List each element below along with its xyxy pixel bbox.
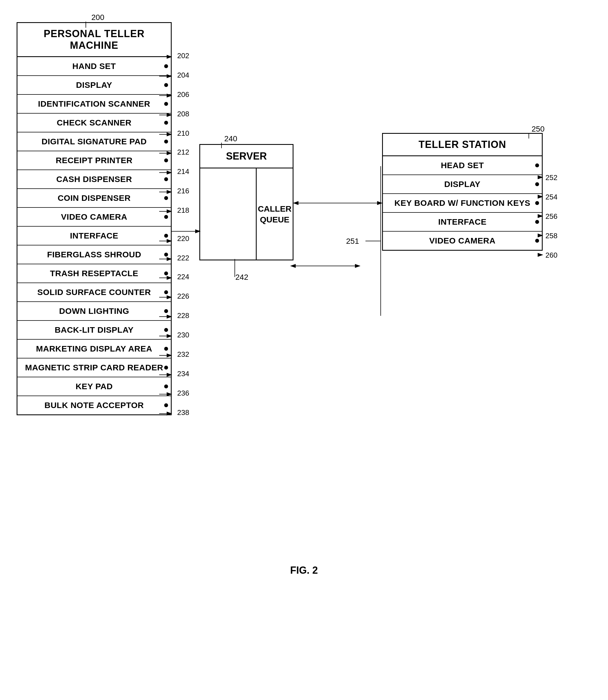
dot-indicator: [535, 220, 539, 224]
dot-indicator: [164, 234, 168, 238]
dot-indicator: [164, 83, 168, 87]
dot-indicator: [164, 140, 168, 144]
ptm-row-coin: COIN DISPENSER: [17, 189, 171, 208]
teller-row-video: VIDEO CAMERA: [383, 232, 542, 250]
svg-text:202: 202: [177, 52, 189, 60]
ptm-title: PERSONAL TELLER MACHINE: [17, 23, 171, 57]
dot-indicator: [535, 239, 539, 243]
svg-text:236: 236: [177, 389, 189, 397]
svg-text:208: 208: [177, 110, 189, 118]
diagram-container: PERSONAL TELLER MACHINE HAND SET DISPLAY…: [0, 0, 608, 609]
svg-text:251: 251: [346, 237, 359, 245]
dot-indicator: [164, 102, 168, 106]
svg-text:242: 242: [235, 273, 248, 281]
server-title: SERVER: [200, 145, 293, 168]
ptm-row-marketing: MARKETING DISPLAY AREA: [17, 339, 171, 358]
svg-text:250: 250: [532, 125, 545, 133]
dot-indicator: [164, 366, 168, 370]
ptm-row-handset: HAND SET: [17, 57, 171, 76]
server-body: CALLERQUEUE: [200, 168, 293, 260]
svg-text:218: 218: [177, 206, 189, 215]
svg-text:220: 220: [177, 234, 189, 243]
ptm-row-video: VIDEO CAMERA: [17, 208, 171, 226]
svg-text:252: 252: [546, 173, 557, 182]
ptm-box: PERSONAL TELLER MACHINE HAND SET DISPLAY…: [17, 22, 172, 415]
svg-text:232: 232: [177, 350, 189, 358]
svg-text:260: 260: [546, 251, 557, 259]
dot-indicator: [164, 121, 168, 125]
ptm-row-sig-pad: DIGITAL SIGNATURE PAD: [17, 132, 171, 151]
svg-text:226: 226: [177, 292, 189, 300]
svg-text:258: 258: [546, 232, 557, 240]
dot-indicator: [164, 290, 168, 294]
figure-label: FIG. 2: [290, 565, 318, 576]
dot-indicator: [535, 163, 539, 167]
svg-text:234: 234: [177, 370, 189, 378]
svg-text:206: 206: [177, 90, 189, 98]
dot-indicator: [164, 347, 168, 351]
dot-indicator: [164, 64, 168, 68]
server-right-panel: CALLERQUEUE: [256, 168, 293, 260]
ptm-row-display: DISPLAY: [17, 76, 171, 95]
svg-text:210: 210: [177, 129, 189, 137]
svg-text:212: 212: [177, 148, 189, 156]
dot-indicator: [164, 272, 168, 275]
dot-indicator: [164, 196, 168, 200]
svg-text:230: 230: [177, 331, 189, 339]
ptm-row-lighting: DOWN LIGHTING: [17, 302, 171, 321]
ptm-row-check-scanner: CHECK SCANNER: [17, 114, 171, 132]
teller-row-keyboard: KEY BOARD W/ FUNCTION KEYS: [383, 194, 542, 213]
ptm-row-keypad: KEY PAD: [17, 377, 171, 396]
svg-text:216: 216: [177, 187, 189, 195]
ptm-row-cash: CASH DISPENSER: [17, 170, 171, 189]
ptm-row-trash: TRASH RESEPTACLE: [17, 264, 171, 283]
ptm-row-receipt: RECEIPT PRINTER: [17, 151, 171, 170]
ptm-row-fiberglass: FIBERGLASS SHROUD: [17, 245, 171, 264]
svg-text:256: 256: [546, 212, 557, 221]
teller-row-interface: INTERFACE: [383, 213, 542, 232]
svg-text:238: 238: [177, 408, 189, 417]
svg-text:254: 254: [546, 193, 557, 201]
ptm-row-interface: INTERFACE: [17, 226, 171, 245]
server-left-panel: [200, 168, 256, 260]
teller-box: TELLER STATION HEAD SET DISPLAY KEY BOAR…: [382, 133, 543, 251]
dot-indicator: [535, 201, 539, 205]
svg-text:228: 228: [177, 311, 189, 320]
dot-indicator: [164, 385, 168, 388]
caller-queue-label: CALLERQUEUE: [258, 203, 291, 225]
svg-text:200: 200: [91, 13, 104, 22]
svg-text:222: 222: [177, 254, 189, 262]
dot-indicator: [535, 182, 539, 186]
teller-title: TELLER STATION: [383, 134, 542, 156]
svg-text:214: 214: [177, 167, 189, 176]
teller-row-display: DISPLAY: [383, 175, 542, 194]
ptm-row-bulk-note: BULK NOTE ACCEPTOR: [17, 396, 171, 415]
ptm-row-counter: SOLID SURFACE COUNTER: [17, 283, 171, 302]
dot-indicator: [164, 309, 168, 313]
svg-text:204: 204: [177, 71, 189, 79]
ptm-row-backlit: BACK-LIT DISPLAY: [17, 321, 171, 339]
dot-indicator: [164, 159, 168, 162]
teller-row-headset: HEAD SET: [383, 156, 542, 175]
server-box: SERVER CALLERQUEUE: [200, 144, 293, 260]
svg-text:224: 224: [177, 273, 189, 281]
ptm-row-mag-strip: MAGNETIC STRIP CARD READER: [17, 358, 171, 377]
svg-text:240: 240: [224, 134, 237, 143]
dot-indicator: [164, 253, 168, 257]
dot-indicator: [164, 215, 168, 219]
ptm-row-id-scanner: IDENTIFICATION SCANNER: [17, 95, 171, 114]
dot-indicator: [164, 328, 168, 332]
dot-indicator: [164, 403, 168, 407]
dot-indicator: [164, 177, 168, 181]
